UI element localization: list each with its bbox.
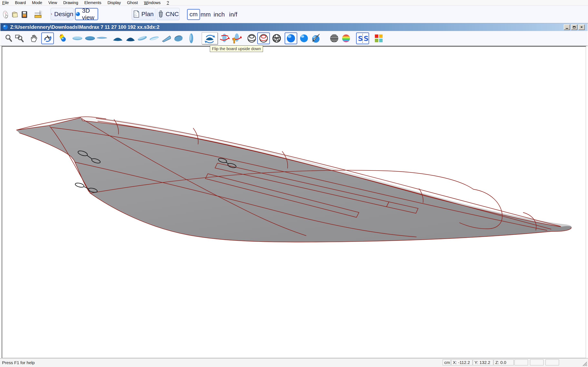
wireframe-mesh-view-icon <box>272 33 282 43</box>
main-toolbar: Design 3D view Plan CNC c <box>0 6 588 24</box>
wireframe-design-view-button[interactable] <box>257 33 270 44</box>
status-unit: cm <box>443 359 451 365</box>
unit-mm[interactable]: mm <box>200 11 211 18</box>
menu-windows[interactable]: Windows <box>141 0 164 5</box>
board-bottom-view-button[interactable] <box>85 33 95 44</box>
status-bar: Press F1 for help cm X: -112.2 Y: 132.2 … <box>0 358 588 367</box>
board-perspective-nose-button[interactable] <box>173 33 184 44</box>
board-nose-section-icon <box>125 34 136 43</box>
resize-grip[interactable] <box>582 361 587 366</box>
close-icon: × <box>580 25 583 29</box>
design-curve-icon <box>51 11 52 17</box>
rotate-board-horizontal-icon <box>219 33 230 44</box>
menu-view[interactable]: View <box>45 0 60 5</box>
flip-upside-down-icon <box>204 33 216 44</box>
unit-inf[interactable]: in/f <box>229 11 237 18</box>
menu-drawing[interactable]: Drawing <box>60 0 81 5</box>
board-3d-viewport[interactable] <box>2 46 586 358</box>
board-top-view-icon <box>72 34 83 43</box>
wireframe-view-button[interactable] <box>246 33 257 44</box>
unit-cm[interactable]: cm <box>187 9 200 20</box>
color-window-icon <box>374 34 383 43</box>
svg-text:A: A <box>60 34 62 36</box>
lighting-icon: A <box>58 34 67 43</box>
lighting-button[interactable]: A <box>57 33 68 44</box>
symmetry-compare-icon: S S <box>357 33 368 43</box>
plan-label: Plan <box>141 11 154 17</box>
zoom-in-button[interactable] <box>3 33 14 44</box>
rotate-3d-button[interactable] <box>41 33 54 44</box>
cnc-label: CNC <box>165 11 179 17</box>
minimize-icon <box>566 28 568 29</box>
board-top-view-button[interactable] <box>72 33 83 44</box>
zoom-window-icon <box>15 34 24 43</box>
color-window-button[interactable] <box>373 33 384 44</box>
status-y-coordinate: Y: 132.2 <box>473 359 493 365</box>
zoom-window-button[interactable] <box>14 33 25 44</box>
board-tail-section-icon <box>112 34 123 43</box>
board-perspective-top-icon <box>137 34 148 43</box>
menu-display[interactable]: Display <box>104 0 124 5</box>
board-bottom-view-icon <box>85 34 95 43</box>
render-smooth-button[interactable] <box>298 33 310 44</box>
wireframe-design-view-icon <box>259 33 268 43</box>
plan-mode-button[interactable]: Plan <box>132 8 155 20</box>
board-front-view-button[interactable] <box>186 33 197 44</box>
board-perspective-bottom-icon <box>149 34 159 43</box>
maximize-button[interactable] <box>571 25 577 30</box>
render-curvature-map-button[interactable] <box>341 33 352 44</box>
rotate-board-vertical-button[interactable] <box>231 33 242 44</box>
dimensions-ruler-icon[interactable] <box>34 10 43 19</box>
board-perspective-top-button[interactable] <box>137 33 148 44</box>
wireframe-mesh-view-button[interactable] <box>271 33 282 44</box>
new-board-icon[interactable] <box>2 10 11 19</box>
board-tail-section-view-button[interactable] <box>112 33 123 44</box>
flip-upside-down-button[interactable] <box>202 33 218 44</box>
render-curvature-map-icon <box>341 33 351 43</box>
status-empty-panel <box>545 359 559 365</box>
status-x-coordinate: X: -112.2 <box>451 359 472 365</box>
cnc-drill-icon <box>158 10 164 18</box>
board-perspective-tail-icon <box>162 34 172 43</box>
status-z-coordinate: Z: 0.0 <box>494 359 514 365</box>
document-title-bar[interactable]: Z:\Users\dennery\Downloads\Mandrax 7 11 … <box>0 23 588 31</box>
cnc-mode-button[interactable]: CNC <box>157 8 180 20</box>
menu-bar: File Board Mode View Drawing Elements Di… <box>0 0 588 6</box>
design-mode-button[interactable]: Design <box>51 8 73 20</box>
board-perspective-tail-button[interactable] <box>161 33 172 44</box>
svg-text:S: S <box>358 34 363 43</box>
board-rocker-view-button[interactable] <box>96 33 107 44</box>
wireframe-view-icon <box>247 33 257 43</box>
open-file-icon[interactable] <box>11 10 20 19</box>
view-3d-button[interactable]: 3D view <box>75 8 98 20</box>
pan-hand-icon <box>30 34 39 43</box>
unit-inch[interactable]: inch <box>214 11 225 18</box>
maximize-icon <box>573 26 576 28</box>
minimize-button[interactable] <box>564 25 570 30</box>
board-perspective-bottom-button[interactable] <box>149 33 160 44</box>
svg-text:S: S <box>364 34 368 43</box>
render-smooth-icon <box>299 33 309 43</box>
render-shaded-button[interactable] <box>285 33 297 44</box>
menu-help[interactable]: ? <box>164 0 172 5</box>
render-painted-icon <box>311 33 321 43</box>
menu-mode[interactable]: Mode <box>29 0 45 5</box>
pan-hand-button[interactable] <box>29 33 40 44</box>
view-3d-label: 3D view <box>82 7 98 21</box>
board-rocker-view-icon <box>96 34 107 43</box>
rotate-board-horizontal-button[interactable] <box>219 33 230 44</box>
menu-ghost[interactable]: Ghost <box>124 0 141 5</box>
document-sphere-icon <box>2 24 8 30</box>
render-zebra-stripes-button[interactable] <box>329 33 340 44</box>
render-painted-button[interactable] <box>310 33 321 44</box>
board-nose-section-view-button[interactable] <box>125 33 136 44</box>
close-button[interactable]: × <box>579 25 585 30</box>
symmetry-compare-button[interactable]: S S <box>356 33 369 44</box>
menu-file[interactable]: File <box>0 0 12 5</box>
board-perspective-nose-icon <box>173 34 184 43</box>
save-file-icon[interactable] <box>20 10 29 19</box>
view-toolbar: A <box>0 31 588 46</box>
menu-elements[interactable]: Elements <box>81 0 104 5</box>
status-empty-panel <box>515 359 528 365</box>
menu-board[interactable]: Board <box>12 0 29 5</box>
